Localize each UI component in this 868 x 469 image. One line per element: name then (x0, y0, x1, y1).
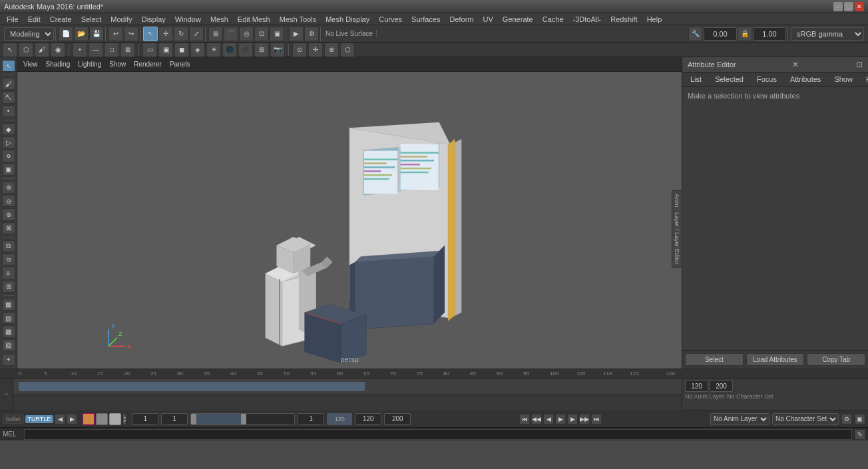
attr-tab-show[interactable]: Show (829, 74, 858, 84)
rotate-tool-btn[interactable]: ↻ (174, 27, 188, 41)
frame-120-input[interactable] (298, 413, 324, 425)
step-fwd-btn[interactable]: ▶▶ (579, 414, 590, 424)
redo-btn[interactable]: ↪ (124, 27, 138, 41)
menu-curves[interactable]: Curves (375, 15, 406, 24)
vp-show-menu[interactable]: Show (106, 60, 129, 69)
menu-edit-mesh[interactable]: Edit Mesh (234, 15, 274, 24)
attr-editor-float[interactable]: ⊡ (856, 60, 863, 69)
vertex-btn[interactable]: • (73, 43, 87, 57)
lasso-btn[interactable]: ⬡ (19, 43, 33, 57)
grid-btn[interactable]: ⊞ (254, 43, 269, 57)
hatch-vt-btn[interactable]: ▦ (2, 299, 15, 311)
display-mode-btn[interactable]: ◈ (190, 43, 205, 57)
attr-select-btn[interactable]: Select (685, 353, 744, 366)
start-frame-input[interactable] (132, 413, 158, 425)
snap-vt-btn[interactable]: ⧈ (2, 253, 15, 265)
face-btn[interactable]: □ (105, 43, 119, 57)
vp-panels-menu[interactable]: Panels (166, 60, 194, 69)
gamma-dropdown[interactable]: sRGB gamma (791, 27, 864, 41)
attr-editor-close[interactable]: ✕ (792, 60, 799, 69)
menu-cache[interactable]: Cache (539, 15, 568, 24)
menu-mesh-display[interactable]: Mesh Display (322, 15, 373, 24)
vp-lighting-menu[interactable]: Lighting (75, 60, 105, 69)
menu-file[interactable]: File (3, 15, 23, 24)
vp-shading-menu[interactable]: Shading (43, 60, 74, 69)
paint-sel-btn[interactable]: 🖌 (35, 43, 49, 57)
prev-play-btn[interactable]: ◀ (55, 414, 65, 424)
grid-vt-btn[interactable]: ⧉ (2, 240, 15, 252)
bbox-btn[interactable]: ⬡ (340, 43, 355, 57)
anim-layer-select[interactable]: No Anim Layer (710, 413, 769, 425)
menu-deform[interactable]: Deform (445, 15, 477, 24)
smooth2-btn[interactable]: ◼ (174, 43, 189, 57)
attr-load-btn[interactable]: Load Attributes (746, 353, 805, 366)
fill-vt-btn[interactable]: ▧ (2, 312, 15, 324)
total-frames-input[interactable] (384, 413, 411, 425)
wireframe-btn[interactable]: ▭ (142, 43, 157, 57)
prev-frame-btn[interactable]: ◀ (543, 414, 554, 424)
snap-curve-btn[interactable]: ⌒ (224, 27, 238, 41)
undo-btn[interactable]: ↩ (108, 27, 123, 41)
menu-mesh-tools[interactable]: Mesh Tools (276, 15, 320, 24)
viewport[interactable]: View Shading Lighting Show Renderer Pane… (17, 57, 682, 369)
solid-vt-btn[interactable]: ▩ (2, 325, 15, 337)
goto-end-btn[interactable]: ⏭ (591, 414, 602, 424)
attr-tab-list[interactable]: List (685, 74, 707, 84)
vertex-vt-btn[interactable]: • (2, 105, 15, 117)
value2-input[interactable] (753, 27, 786, 41)
end-frame-input[interactable] (710, 380, 733, 392)
edge-btn[interactable]: — (89, 43, 103, 57)
render-settings-btn[interactable]: ⚙ (304, 27, 319, 41)
menu-uv[interactable]: UV (479, 15, 497, 24)
next-play-btn[interactable]: ▶ (67, 414, 77, 424)
timeline-range-bar[interactable] (190, 413, 295, 425)
menu-window[interactable]: Window (171, 15, 205, 24)
goto-start-btn[interactable]: ⏮ (519, 414, 530, 424)
play-btn[interactable]: ▶ (555, 414, 566, 424)
playback-frame-input[interactable] (161, 413, 188, 425)
sel-mode-btn[interactable]: ↖ (3, 43, 17, 57)
add-vt-btn[interactable]: ⊕ (2, 182, 15, 194)
value1-input[interactable] (704, 27, 737, 41)
menu-select[interactable]: Select (77, 15, 106, 24)
mult-vt-btn[interactable]: ⊛ (2, 208, 15, 220)
expand-btn[interactable]: ▲ ▼ (122, 413, 126, 425)
box-vt-btn[interactable]: ▣ (2, 164, 15, 176)
sculpt-vt-btn[interactable]: ⛏ (2, 91, 15, 103)
snap-point-btn[interactable]: ◎ (239, 27, 254, 41)
attr-copy-btn[interactable]: Copy Tab (807, 353, 865, 366)
snap-grid-btn[interactable]: ⊞ (208, 27, 223, 41)
smooth-btn[interactable]: ▣ (158, 43, 173, 57)
minimize-button[interactable]: ─ (833, 2, 843, 11)
texture-btn[interactable]: ⬛ (238, 43, 253, 57)
layer-editor-tab[interactable]: Anim Layer / Layer Editor (672, 190, 682, 268)
next-frame-btn[interactable]: ▶ (567, 414, 578, 424)
range-left-handle[interactable] (191, 414, 196, 424)
anim-settings-btn[interactable]: ⚙ (841, 414, 852, 424)
sub-vt-btn[interactable]: ⊖ (2, 195, 15, 207)
shape-vt-btn[interactable]: ◆ (2, 123, 15, 135)
range-end-input[interactable] (355, 413, 381, 425)
snap-surface-btn[interactable]: ⊡ (254, 27, 269, 41)
char-set-select[interactable]: No Character Set (772, 413, 839, 425)
poly-vt-btn[interactable]: ▷ (2, 136, 15, 148)
lighting-btn[interactable]: ☀ (206, 43, 221, 57)
menu-edit[interactable]: Edit (24, 15, 45, 24)
snap-view-btn[interactable]: ▣ (270, 27, 284, 41)
step-back-btn[interactable]: ◀◀ (531, 414, 542, 424)
maximize-button[interactable]: □ (844, 2, 853, 11)
close-button[interactable]: ✕ (855, 2, 864, 11)
range-right-handle[interactable] (241, 414, 246, 424)
menu-create[interactable]: Create (46, 15, 76, 24)
lock-btn[interactable]: 🔒 (738, 27, 752, 41)
shadow-btn[interactable]: 🌑 (222, 43, 237, 57)
soft-sel-btn[interactable]: ◉ (51, 43, 65, 57)
camera-btn[interactable]: 📷 (270, 43, 285, 57)
uv-btn[interactable]: ⊠ (120, 43, 135, 57)
magnet-btn[interactable]: 🔧 (688, 27, 703, 41)
paint-vt-btn[interactable]: 🖌 (2, 78, 15, 90)
render-btn[interactable]: ▶ (289, 27, 304, 41)
save-file-btn[interactable]: 💾 (89, 27, 104, 41)
menu-display[interactable]: Display (138, 15, 170, 24)
circle-vt-btn[interactable]: ⭘ (2, 150, 15, 162)
